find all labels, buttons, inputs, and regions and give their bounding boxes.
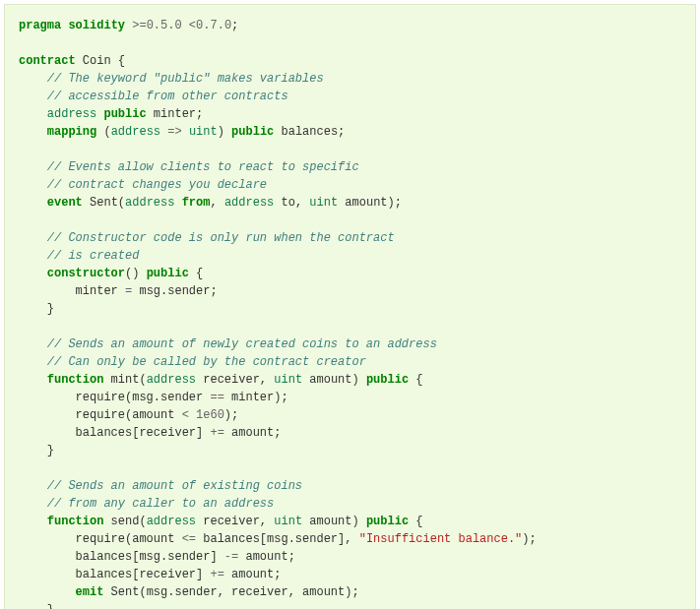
code-line: } [19, 603, 54, 609]
code-line: balances[receiver] += amount; [19, 568, 281, 581]
code-line: emit Sent(msg.sender, receiver, amount); [19, 585, 359, 599]
code-line: contract Coin { [19, 54, 125, 68]
code-line: // Sends an amount of newly created coin… [19, 337, 437, 351]
code-line: address public minter; [19, 107, 203, 121]
code-line: // Constructor code is only run when the… [19, 231, 395, 245]
code-block: pragma solidity >=0.5.0 <0.7.0; contract… [4, 4, 696, 609]
code-line: minter = msg.sender; [19, 284, 218, 298]
code-line: // is created [19, 249, 139, 263]
code-line: // accessible from other contracts [19, 90, 288, 103]
code-line: require(amount <= balances[msg.sender], … [19, 532, 537, 546]
code-line: // Can only be called by the contract cr… [19, 355, 366, 369]
code-line: function mint(address receiver, uint amo… [19, 373, 423, 387]
code-line: // The keyword "public" makes variables [19, 72, 324, 86]
keyword: solidity [68, 19, 125, 32]
code-line: } [19, 302, 54, 316]
code-line: // from any caller to an address [19, 497, 274, 511]
code-line: mapping (address => uint) public balance… [19, 125, 345, 139]
code-line: // Events allow clients to react to spec… [19, 160, 359, 174]
code-line: balances[receiver] += amount; [19, 426, 281, 440]
code-line: // Sends an amount of existing coins [19, 479, 302, 493]
code-line: constructor() public { [19, 267, 203, 280]
code-line: // contract changes you declare [19, 178, 267, 192]
code-line: event Sent(address from, address to, uin… [19, 196, 402, 210]
code-line: function send(address receiver, uint amo… [19, 515, 423, 528]
code-line: require(amount < 1e60); [19, 408, 238, 422]
code-line: balances[msg.sender] -= amount; [19, 550, 295, 564]
code-line: require(msg.sender == minter); [19, 391, 288, 404]
code-line: pragma solidity >=0.5.0 <0.7.0; [19, 19, 238, 32]
keyword: pragma [19, 19, 61, 32]
code-line: } [19, 444, 54, 457]
